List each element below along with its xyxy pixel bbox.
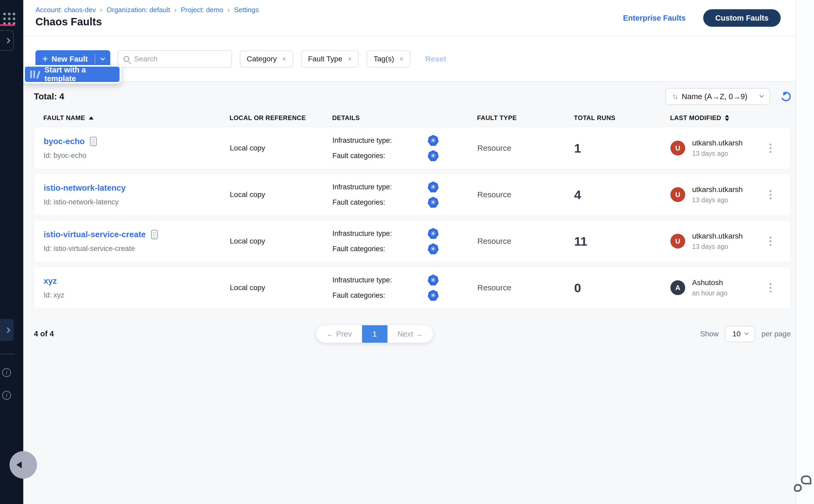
copy-icon[interactable]	[90, 137, 97, 146]
chevron-down-icon	[760, 93, 764, 98]
kubernetes-icon: ✳	[428, 243, 439, 254]
infrastructure-type-label: Infrastructure type:	[332, 183, 428, 191]
start-with-template-label: Start with a template	[44, 66, 115, 83]
sidebar-expand-button[interactable]	[0, 30, 14, 51]
fault-type-value: Resource	[477, 283, 574, 292]
close-icon[interactable]: ×	[348, 55, 352, 63]
column-fault-type: FAULT TYPE	[477, 114, 574, 122]
fault-id: Id: istio-network-latency	[44, 198, 230, 206]
filter-chip-fault-type[interactable]: Fault Type ×	[301, 51, 359, 67]
chevron-right-icon	[5, 327, 10, 333]
sidebar-collapse-handle[interactable]	[10, 451, 37, 479]
chat-support-icon[interactable]	[794, 475, 811, 493]
toolbar: + New Fault Category × Fault Type × Tag(…	[23, 36, 814, 82]
sidebar-divider	[0, 354, 15, 354]
kubernetes-icon: ✳	[428, 290, 439, 301]
sidebar-expand-bottom-button[interactable]	[0, 319, 14, 341]
modified-by: utkarsh.utkarsh	[692, 185, 743, 194]
scrollbar-track[interactable]	[795, 0, 814, 504]
template-icon	[30, 70, 39, 79]
kubernetes-icon: ✳	[428, 274, 439, 286]
start-with-template-item[interactable]: Start with a template	[25, 67, 120, 82]
row-menu-button[interactable]	[767, 281, 774, 295]
sort-icon	[725, 115, 729, 121]
breadcrumb-organization[interactable]: Organization: default	[107, 6, 170, 14]
module-grid-icon[interactable]	[3, 13, 15, 25]
column-total-runs: TOTAL RUNS	[574, 114, 670, 122]
total-runs-value: 0	[574, 281, 670, 295]
faults-list: byoc-echo Id: byoc-echo Local copy Infra…	[34, 127, 791, 309]
new-fault-menu-button[interactable]	[95, 58, 110, 60]
fault-row: byoc-echo Id: byoc-echo Local copy Infra…	[34, 127, 791, 169]
fault-id: Id: xyz	[44, 291, 230, 299]
kubernetes-icon: ✳	[428, 197, 439, 208]
new-fault-label: New Fault	[52, 55, 88, 63]
kubernetes-icon: ✳	[428, 181, 439, 193]
refresh-button[interactable]	[780, 90, 792, 103]
next-page-button[interactable]: Next →	[387, 330, 433, 338]
fault-categories-label: Fault categories:	[332, 245, 428, 253]
infrastructure-type-label: Infrastructure type:	[332, 136, 428, 145]
new-fault-button[interactable]: + New Fault	[35, 54, 95, 64]
info-icon: i	[6, 392, 7, 398]
chevron-down-icon	[744, 331, 748, 335]
modified-time: an hour ago	[692, 289, 727, 297]
filter-chip-tags[interactable]: Tag(s) ×	[367, 51, 410, 67]
prev-page-button[interactable]: ← Prev	[316, 330, 362, 338]
filter-label: Fault Type	[308, 55, 342, 63]
info-button-1[interactable]: i	[2, 368, 11, 377]
copy-icon[interactable]	[151, 230, 158, 239]
fault-id: Id: byoc-echo	[44, 152, 230, 160]
filter-label: Tag(s)	[373, 55, 394, 63]
breadcrumb-separator: ›	[174, 6, 177, 14]
breadcrumb-project[interactable]: Project: demo	[181, 6, 223, 14]
breadcrumb-separator: ›	[227, 6, 230, 14]
pagination-pill: ← Prev 1 Next →	[316, 325, 433, 343]
fault-name-link[interactable]: byoc-echo	[44, 137, 85, 146]
total-runs-value: 1	[574, 141, 670, 155]
sort-direction-icon: ↑↓	[672, 92, 677, 101]
column-last-modified[interactable]: LAST MODIFIED	[670, 114, 791, 122]
avatar: U	[670, 187, 685, 202]
sort-dropdown[interactable]: ↑↓ Name (A→Z, 0→9)	[665, 88, 770, 105]
fault-name-link[interactable]: istio-virtual-service-create	[44, 230, 146, 239]
local-or-reference-value: Local copy	[230, 237, 332, 245]
row-menu-button[interactable]	[767, 141, 774, 155]
search-icon	[124, 56, 129, 62]
breadcrumb: Account: chaos-dev › Organization: defau…	[35, 6, 259, 14]
breadcrumb-account[interactable]: Account: chaos-dev	[35, 6, 96, 14]
show-label: Show	[700, 330, 719, 338]
fault-name-link[interactable]: istio-network-latency	[44, 183, 126, 193]
reset-filters-button[interactable]: Reset	[425, 55, 446, 63]
filter-label: Category	[247, 55, 277, 63]
page-header: Account: chaos-dev › Organization: defau…	[23, 0, 814, 36]
modified-time: 13 days ago	[692, 196, 743, 204]
fault-id: Id: istio-virtual-service-create	[44, 245, 230, 253]
breadcrumb-separator: ›	[100, 6, 102, 14]
sort-label: Name (A→Z, 0→9)	[682, 92, 755, 101]
modified-by: utkarsh.utkarsh	[692, 139, 743, 147]
current-page-button[interactable]: 1	[362, 325, 387, 343]
total-runs-value: 11	[574, 234, 670, 249]
breadcrumb-settings[interactable]: Settings	[234, 6, 259, 14]
avatar: A	[670, 280, 685, 295]
close-icon[interactable]: ×	[282, 55, 286, 63]
enterprise-faults-link[interactable]: Enterprise Faults	[623, 14, 686, 22]
row-menu-button[interactable]	[767, 234, 774, 249]
fault-categories-label: Fault categories:	[332, 198, 428, 207]
row-menu-button[interactable]	[767, 187, 774, 202]
page-size-dropdown[interactable]: 10	[725, 326, 755, 342]
table-header: FAULT NAME LOCAL OR REFERENCE DETAILS FA…	[34, 114, 791, 122]
custom-faults-button[interactable]: Custom Faults	[703, 9, 781, 27]
search-input[interactable]	[134, 55, 221, 63]
total-runs-value: 4	[574, 187, 670, 202]
local-or-reference-value: Local copy	[230, 144, 332, 152]
fault-type-value: Resource	[477, 190, 574, 199]
search-box	[118, 50, 232, 68]
plus-icon: +	[42, 54, 48, 64]
fault-name-link[interactable]: xyz	[44, 276, 57, 286]
info-button-2[interactable]: i	[2, 391, 11, 400]
column-fault-name[interactable]: FAULT NAME	[43, 114, 230, 122]
close-icon[interactable]: ×	[399, 55, 404, 63]
filter-chip-category[interactable]: Category ×	[240, 51, 293, 67]
